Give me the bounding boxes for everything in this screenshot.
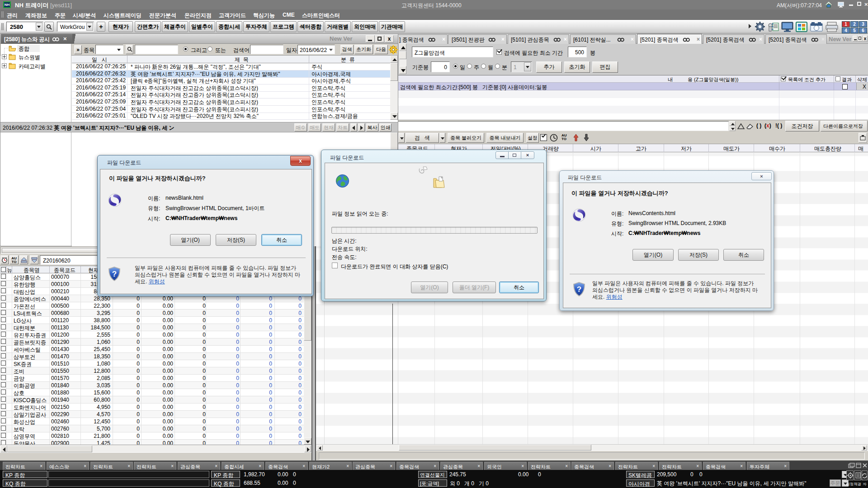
svg-text:?: ?	[112, 270, 117, 278]
svg-text:?: ?	[577, 285, 581, 294]
